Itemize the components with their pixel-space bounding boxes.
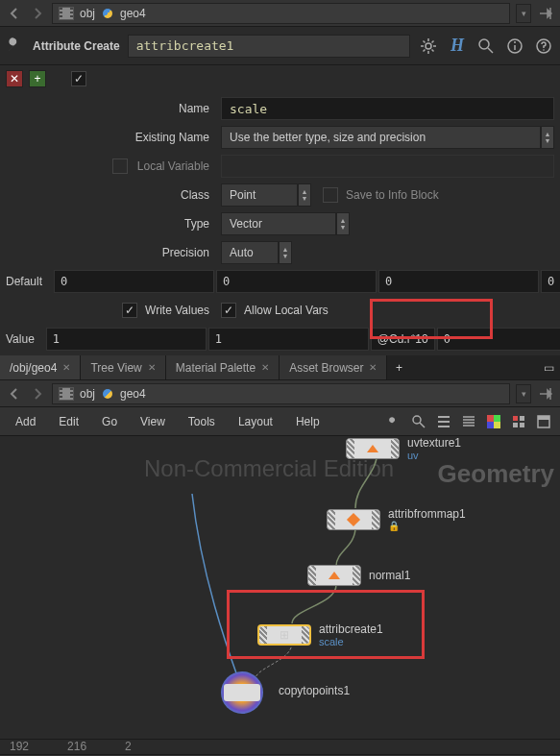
close-icon[interactable]: ✕ [148,362,156,373]
svg-rect-13 [538,416,549,420]
class-select[interactable]: Point [221,183,298,207]
houdini-help-icon[interactable]: H [447,36,468,57]
writevalues-checkbox[interactable] [122,303,137,318]
ruler-tick: 2 [125,740,132,754]
value-2-expression[interactable]: @Cd.r*10 [371,328,435,351]
netnav-back-icon[interactable] [6,385,23,402]
pin-icon[interactable] [537,5,554,22]
type-select[interactable]: Vector [221,212,336,235]
tool-justify-icon[interactable] [458,411,479,432]
svg-rect-11 [520,423,524,427]
tool-wrench-icon[interactable] [383,411,404,432]
value-label: Value [6,332,46,346]
writevalues-label: Write Values [145,304,209,317]
timeline-ruler[interactable]: 192 216 2 [0,739,560,754]
tab-add-button[interactable]: + [387,355,410,379]
triangle-up-icon [367,445,378,452]
svg-rect-8 [513,416,518,421]
tab-materialpalette[interactable]: Material Palette✕ [166,355,280,379]
menu-add[interactable]: Add [6,415,45,428]
value-0-input[interactable] [46,328,207,351]
value-3-input[interactable] [437,328,560,351]
close-icon[interactable]: ✕ [261,362,269,373]
class-arrows-icon[interactable]: ▲▼ [298,183,311,207]
svg-point-0 [17,40,20,43]
tool-grid-icon[interactable] [508,411,529,432]
help-icon[interactable] [533,36,554,57]
default-0-input[interactable] [54,270,214,293]
menu-go[interactable]: Go [92,415,127,428]
net-breadcrumb[interactable]: obj geo4 [52,383,510,404]
netcrumb-geo: geo4 [120,387,146,401]
menu-layout[interactable]: Layout [229,415,282,428]
svg-point-1 [426,43,431,49]
existing-name-select[interactable]: Use the better type, size and precision [221,126,541,149]
tool-list-icon[interactable] [433,411,454,432]
menu-tools[interactable]: Tools [179,415,225,428]
node-attribcreate[interactable]: ⊞ attribcreate1scale [257,622,383,647]
saveinfo-label: Save to Info Block [346,188,439,202]
allowlocal-checkbox[interactable] [221,303,236,318]
gear-icon[interactable] [418,36,439,57]
netcrumb-obj: obj [80,387,95,401]
allowlocal-label: Allow Local Vars [244,304,329,317]
default-2-input[interactable] [378,270,539,293]
triangle-up-icon [329,572,340,579]
net-dropdown[interactable]: ▾ [516,384,531,403]
netnav-fwd-icon[interactable] [29,385,46,402]
tab-objgeo4[interactable]: /obj/geo4✕ [0,355,81,379]
precision-select[interactable]: Auto [221,241,279,264]
nav-fwd-icon[interactable] [29,5,46,22]
path-dropdown[interactable]: ▾ [516,4,531,23]
type-label: Type [6,217,221,231]
path-breadcrumb[interactable]: obj geo4 [52,3,510,24]
precision-arrows-icon[interactable]: ▲▼ [279,241,292,264]
tool-colorgrid-icon[interactable] [483,411,504,432]
close-icon[interactable]: ✕ [62,362,70,373]
node-copytopoints[interactable]: copytopoints1 [279,684,350,697]
value-1-input[interactable] [208,328,369,351]
network-view[interactable]: Non-Commercial Edition Geometry uvtextur… [0,436,560,739]
menu-edit[interactable]: Edit [49,415,88,428]
obj-icon [59,7,74,20]
default-1-input[interactable] [216,270,377,293]
add-button[interactable]: + [29,70,46,87]
menu-help[interactable]: Help [286,415,329,428]
node-attribfrommap[interactable]: attribfrommap1🔒 [327,507,466,531]
net-pin-icon[interactable] [537,385,554,402]
search-icon[interactable] [475,36,497,57]
svg-rect-9 [520,416,524,421]
type-arrows-icon[interactable]: ▲▼ [336,212,350,235]
pane-menu-icon[interactable]: ▭ [537,355,560,379]
localvar-checkbox[interactable] [112,159,128,174]
name-input[interactable] [221,97,554,120]
enable-checkbox[interactable] [71,71,86,86]
ruler-tick: 192 [10,740,29,754]
node-type-label: Attribute Create [33,39,120,53]
saveinfo-checkbox[interactable] [323,187,338,203]
class-label: Class [6,188,221,202]
remove-button[interactable]: ✕ [6,70,23,87]
nav-back-icon[interactable] [6,5,23,22]
close-icon[interactable]: ✕ [369,362,377,373]
info-icon[interactable] [504,36,525,57]
svg-point-4 [514,41,516,43]
node-copytopoints-display[interactable] [221,671,263,714]
watermark-context: Geometry [438,459,554,489]
crumb-geo: geo4 [120,7,146,20]
node-normal[interactable]: normal1 [307,565,410,586]
tool-window-icon[interactable] [533,411,554,432]
localvar-input[interactable] [221,155,554,178]
lock-icon: 🔒 [388,521,466,531]
tab-assetbrowser[interactable]: Asset Browser✕ [280,355,387,379]
tool-search-icon[interactable] [408,411,429,432]
node-name-input[interactable] [128,35,410,58]
existing-name-label: Existing Name [6,131,221,144]
menu-view[interactable]: View [131,415,175,428]
existing-arrows-icon[interactable]: ▲▼ [541,126,554,149]
svg-point-7 [413,416,421,424]
default-3-input[interactable] [541,270,560,293]
tab-treeview[interactable]: Tree View✕ [81,355,165,379]
node-uvtexture[interactable]: uvtexture1uv [346,436,461,461]
obj-icon [59,387,74,401]
